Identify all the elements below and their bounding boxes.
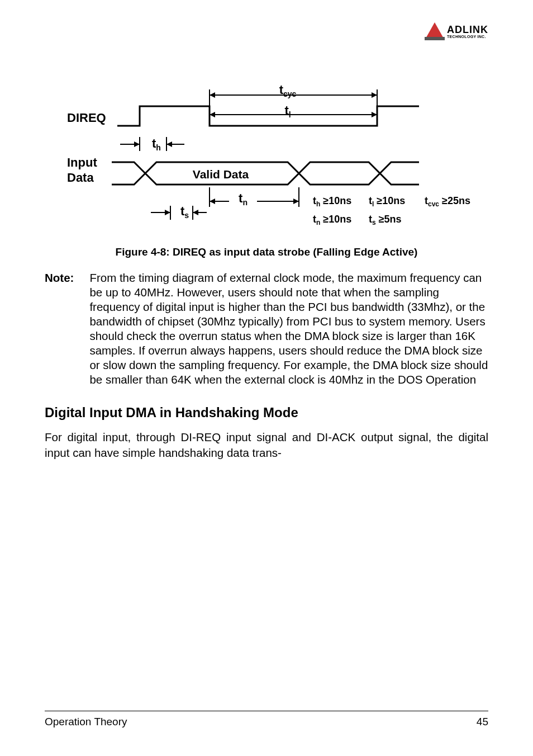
logo-text: ADLINK TECHNOLOGY INC. [447,25,488,39]
svg-text:tcyc: tcyc [279,84,297,98]
svg-marker-20 [210,199,215,204]
footer-left: Operation Theory [45,716,127,728]
svg-text:th: th [152,136,161,152]
svg-text:tn ≥10ns: tn ≥10ns [313,214,351,226]
note-label: Note: [45,271,74,387]
svg-text:ts: ts [180,204,189,220]
timing-diagram: DIREQ tcyc tl th Input Data Valid Data [67,84,488,235]
svg-marker-16 [166,141,172,147]
body-text: For digital input, through DI-REQ input … [45,429,488,460]
direq-label: DIREQ [67,111,106,125]
svg-text:tl ≥10ns: tl ≥10ns [369,195,405,208]
logo-triangle-icon [425,22,445,40]
note-section: Note: From the timing diagram of externa… [45,271,488,387]
svg-marker-30 [193,210,198,215]
svg-marker-1 [210,92,215,98]
data-label: Data [67,171,94,185]
svg-text:tn: tn [239,191,248,207]
timing-svg: DIREQ tcyc tl th Input Data Valid Data [67,84,492,235]
footer-right: 45 [477,716,488,728]
note-text: From the timing diagram of external cloc… [89,271,488,387]
svg-text:th ≥10ns: th ≥10ns [313,195,351,208]
footer: Operation Theory 45 [45,711,488,728]
svg-marker-11 [134,141,140,147]
section-heading: Digital Input DMA in Handshaking Mode [45,405,488,420]
svg-marker-22 [293,199,299,204]
svg-marker-2 [372,92,377,98]
svg-marker-25 [165,210,170,215]
logo: ADLINK TECHNOLOGY INC. [425,22,488,40]
valid-data-label: Valid Data [193,168,249,181]
svg-text:ts ≥5ns: ts ≥5ns [369,214,402,226]
svg-text:tl: tl [284,103,291,119]
input-label: Input [67,155,97,169]
svg-text:tcvc ≥25ns: tcvc ≥25ns [425,195,470,208]
logo-main: ADLINK [447,25,488,35]
figure-caption: Figure 4-8: DIREQ as input data strobe (… [45,246,488,258]
logo-sub: TECHNOLOGY INC. [447,35,488,39]
